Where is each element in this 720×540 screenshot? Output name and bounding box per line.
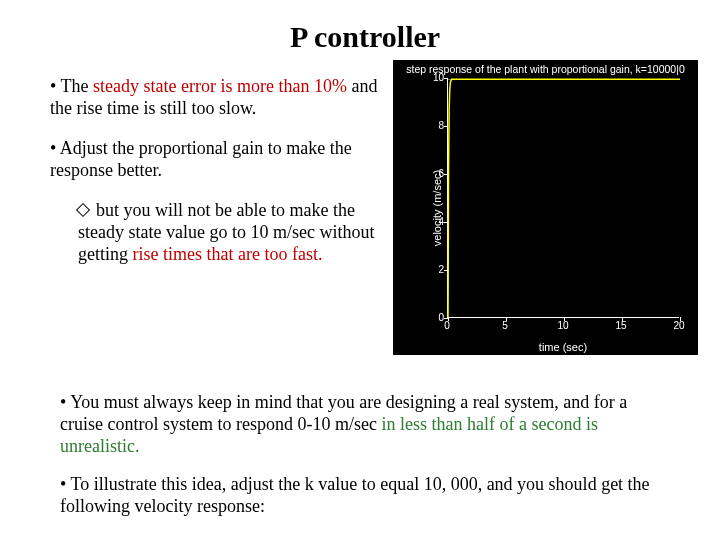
bullet-1: • The steady state error is more than 10… <box>50 76 390 120</box>
sub-bullet-red: rise times that are too fast. <box>133 244 323 264</box>
chart-ytick: 6 <box>424 168 444 179</box>
slide-title: P controller <box>50 20 680 54</box>
chart-xtick: 10 <box>551 320 575 331</box>
chart-ytick: 8 <box>424 120 444 131</box>
chart-xtick: 15 <box>609 320 633 331</box>
chart-ytick: 2 <box>424 264 444 275</box>
lower-bullets: • You must always keep in mind that you … <box>60 392 668 534</box>
chart-plot-area <box>447 78 679 318</box>
diamond-icon <box>76 203 90 217</box>
chart-curve <box>448 78 680 318</box>
chart-ylabel: velocity (m/sec) <box>431 169 443 245</box>
sub-bullet-1: but you will not be able to make the ste… <box>78 200 388 266</box>
chart-ytick: 4 <box>424 216 444 227</box>
bullet-3: • You must always keep in mind that you … <box>60 392 668 458</box>
chart-xtick: 0 <box>435 320 459 331</box>
chart: step response of the plant with proporti… <box>393 60 698 355</box>
bullet-1-red: steady state error is more than 10% <box>93 76 351 96</box>
slide: P controller • The steady state error is… <box>0 0 720 540</box>
bullet-2: • Adjust the proportional gain to make t… <box>50 138 390 182</box>
left-column: • The steady state error is more than 10… <box>50 76 390 266</box>
bullet-4: • To illustrate this idea, adjust the k … <box>60 474 668 518</box>
chart-xlabel: time (sec) <box>447 341 679 353</box>
chart-ytick: 10 <box>424 72 444 83</box>
bullet-1-pre: • The <box>50 76 93 96</box>
chart-xtick: 5 <box>493 320 517 331</box>
chart-xtick: 20 <box>667 320 691 331</box>
